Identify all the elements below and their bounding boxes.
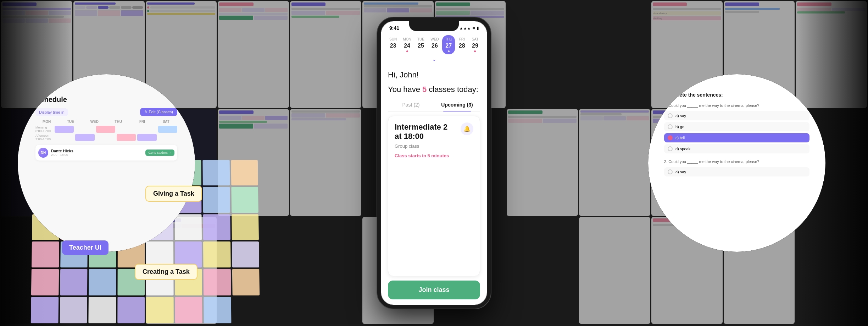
day-sun[interactable]: SUN 23 bbox=[386, 35, 400, 54]
quiz-question-1: 1. Could you _____ me the way to the cin… bbox=[664, 103, 809, 108]
sticky-note-21 bbox=[174, 214, 202, 240]
schedule-days-header: MON TUE WED THU FRI SAT bbox=[35, 120, 177, 124]
sticky-note-32 bbox=[31, 269, 59, 295]
join-class-button[interactable]: Join class bbox=[388, 281, 480, 299]
day-mon[interactable]: MON 24 bbox=[400, 35, 414, 54]
sticky-note-39 bbox=[232, 269, 260, 295]
bg-panel-5 bbox=[290, 1, 361, 108]
greeting-text: Hi, John! bbox=[388, 70, 480, 81]
schedule-circle: Schedule Display time in ✎ Edit (Classes… bbox=[18, 74, 195, 252]
day-thu-active[interactable]: THU 27 bbox=[442, 35, 455, 54]
sticky-note-22 bbox=[203, 214, 230, 240]
radio-d bbox=[668, 146, 673, 151]
weekdays: SUN 23 MON 24 TUE 25 WED 26 bbox=[386, 35, 482, 54]
quiz-question-2: 2. Could you _____ me the way to the cin… bbox=[664, 159, 809, 164]
teacher-ui-label-overlay: Teacher UI bbox=[62, 240, 108, 255]
radio-a bbox=[668, 113, 673, 118]
status-time: 9:41 bbox=[389, 25, 399, 31]
tab-upcoming[interactable]: Upcoming (3) bbox=[434, 98, 480, 111]
bg-panel-4 bbox=[218, 1, 289, 108]
day-tue[interactable]: TUE 25 bbox=[414, 35, 427, 54]
radio-b bbox=[668, 124, 673, 129]
quiz-option-b[interactable]: b) go bbox=[664, 122, 809, 131]
quiz-option-a[interactable]: a) say bbox=[664, 111, 809, 120]
phone-mockup: 9:41 ▲▲▲ ⌗ ▮ SUN 23 MON 24 bbox=[377, 17, 491, 309]
quiz-option-d[interactable]: d) speak bbox=[664, 144, 809, 153]
sticky-note-42 bbox=[88, 297, 116, 324]
teacher-time: 2:00 - 18:00 bbox=[51, 153, 143, 157]
phone-notch bbox=[409, 21, 459, 31]
phone-frame: 9:41 ▲▲▲ ⌗ ▮ SUN 23 MON 24 bbox=[377, 17, 491, 309]
schedule-title: Schedule bbox=[35, 96, 177, 104]
bg-panel-28 bbox=[579, 217, 650, 324]
quiz-circle: Complete the sentences: 1. Could you ___… bbox=[648, 74, 825, 252]
sticky-note-6 bbox=[202, 160, 229, 185]
sticky-note-45 bbox=[175, 297, 202, 324]
teacher-avatar: DH bbox=[38, 148, 48, 158]
quiz-title: Complete the sentences: bbox=[664, 92, 809, 98]
teacher-name: Dante Hicks bbox=[51, 149, 143, 153]
day-wed[interactable]: WED 26 bbox=[428, 35, 441, 54]
sticky-note-43 bbox=[117, 297, 145, 324]
sticky-note-24 bbox=[32, 241, 59, 268]
bell-icon: 🔔 bbox=[461, 123, 473, 135]
sticky-note-14 bbox=[203, 187, 230, 213]
bg-panel-15 bbox=[290, 109, 361, 216]
phone-body: Hi, John! You have 5 classes today: Past… bbox=[381, 65, 487, 305]
class-type: Group class bbox=[395, 143, 473, 149]
signal-icon: ▲▲▲ bbox=[459, 26, 471, 30]
radio-c bbox=[668, 135, 673, 140]
teacher-card: DH Dante Hicks 2:00 - 18:00 Go to studen… bbox=[35, 145, 177, 161]
class-alert: Class starts in 5 minutes bbox=[395, 153, 473, 158]
sticky-note-33 bbox=[60, 269, 88, 295]
sticky-note-41 bbox=[60, 297, 87, 324]
creating-task-label-overlay: Creating a Task bbox=[135, 264, 197, 280]
classes-today-text: You have 5 classes today: bbox=[388, 85, 480, 94]
bg-panel-18 bbox=[507, 109, 578, 216]
goto-student-button[interactable]: Go to student → bbox=[145, 150, 174, 156]
thu-dot bbox=[448, 50, 450, 52]
mon-dot bbox=[406, 50, 408, 52]
bg-spacer-1 bbox=[507, 1, 578, 108]
status-icons: ▲▲▲ ⌗ ▮ bbox=[459, 26, 479, 31]
sticky-note-15 bbox=[231, 187, 258, 213]
edit-classes-button[interactable]: ✎ Edit (Classes) bbox=[140, 108, 177, 116]
radio-2a bbox=[668, 169, 673, 174]
quiz-option-c[interactable]: c) tell bbox=[664, 133, 809, 142]
quiz-option-2a[interactable]: a) say bbox=[664, 167, 809, 176]
bg-panel-19 bbox=[579, 109, 650, 216]
sticky-note-38 bbox=[204, 269, 231, 295]
sticky-note-34 bbox=[89, 269, 116, 295]
wifi-icon: ⌗ bbox=[473, 26, 475, 31]
day-sat[interactable]: SAT 29 bbox=[469, 35, 482, 54]
calendar-strip: SUN 23 MON 24 TUE 25 WED 26 bbox=[381, 32, 487, 65]
schedule-row-afternoon: Afternoon2:00-18:00 bbox=[35, 134, 177, 141]
schedule-row-morning: Morning8:00-12:00 bbox=[35, 126, 177, 133]
classes-count: 5 bbox=[422, 85, 427, 94]
sticky-note-7 bbox=[231, 160, 258, 185]
class-tabs: Past (2) Upcoming (3) bbox=[388, 98, 480, 112]
day-fri[interactable]: FRI 28 bbox=[456, 35, 468, 54]
giving-task-label-overlay: Giving a Task bbox=[145, 186, 202, 202]
giving-task-label: Giving a Task bbox=[145, 186, 202, 202]
creating-task-label: Creating a Task bbox=[135, 264, 197, 280]
battery-icon: ▮ bbox=[477, 26, 479, 31]
sticky-note-30 bbox=[203, 241, 230, 268]
sticky-note-31 bbox=[232, 241, 260, 268]
display-time-button[interactable]: Display time in bbox=[35, 108, 68, 116]
sticky-note-44 bbox=[146, 297, 173, 324]
sticky-note-40 bbox=[31, 297, 59, 324]
chevron-down-icon[interactable]: ⌄ bbox=[386, 54, 482, 64]
class-card: 🔔 Intermediate 2 at 18:00 Group class Cl… bbox=[388, 116, 480, 276]
sticky-note-46 bbox=[204, 297, 231, 324]
tab-past[interactable]: Past (2) bbox=[388, 98, 434, 111]
bg-spacer-2 bbox=[579, 1, 650, 108]
sticky-note-23 bbox=[232, 214, 259, 240]
sat-dot bbox=[474, 50, 476, 52]
teacher-ui-label: Teacher UI bbox=[62, 240, 108, 255]
